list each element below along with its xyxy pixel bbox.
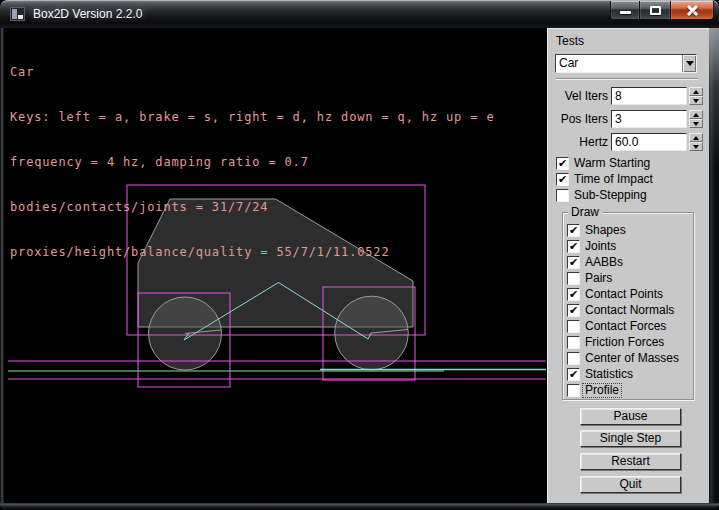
pos-iters-spinner-up[interactable] bbox=[689, 110, 703, 119]
caret-down-icon bbox=[693, 99, 699, 103]
close-button[interactable] bbox=[670, 1, 714, 20]
maximize-icon bbox=[650, 6, 661, 15]
simulation-canvas[interactable]: Car Keys: left = a, brake = s, right = d… bbox=[4, 28, 547, 503]
caret-down-icon bbox=[693, 145, 699, 149]
pos-iters-label: Pos Iters bbox=[548, 113, 608, 126]
titlebar[interactable]: Box2D Version 2.2.0 bbox=[0, 0, 719, 28]
checkbox-sub-stepping[interactable] bbox=[556, 189, 569, 202]
quit-button[interactable]: Quit bbox=[580, 476, 681, 493]
checkbox-shapes[interactable]: ✔ bbox=[567, 224, 580, 237]
checkbox-label-time-of-impact: Time of Impact bbox=[574, 173, 653, 186]
draw-group: Draw ✔Shapes✔Joints✔AABBsPairs✔Contact P… bbox=[562, 212, 694, 400]
hertz-label: Hertz bbox=[548, 136, 608, 149]
checkbox-label-shapes: Shapes bbox=[585, 224, 626, 237]
overlay-frequency: frequency = 4 hz, damping ratio = 0.7 bbox=[10, 155, 494, 170]
hertz-spinner-down[interactable] bbox=[689, 142, 703, 151]
vel-iters-input[interactable]: 8 bbox=[611, 87, 687, 105]
caret-up-icon bbox=[693, 90, 699, 94]
hertz-input[interactable]: 60.0 bbox=[611, 133, 687, 151]
checkbox-label-sub-stepping: Sub-Stepping bbox=[574, 189, 647, 202]
maximize-button[interactable] bbox=[640, 1, 670, 20]
checkbox-label-aabbs: AABBs bbox=[585, 256, 623, 269]
minimize-icon bbox=[620, 11, 631, 14]
control-panel: Tests Car Vel Iters8Pos Iters3Hertz60.0 … bbox=[547, 28, 709, 503]
tests-dropdown-value: Car bbox=[559, 56, 578, 71]
checkbox-aabbs[interactable]: ✔ bbox=[567, 256, 580, 269]
checkbox-label-contact-forces: Contact Forces bbox=[585, 320, 666, 333]
caret-up-icon bbox=[693, 113, 699, 117]
app-icon[interactable] bbox=[10, 7, 25, 21]
debug-text-overlay: Car Keys: left = a, brake = s, right = d… bbox=[10, 35, 494, 290]
pos-iters-spinner-down[interactable] bbox=[689, 119, 703, 128]
checkbox-joints[interactable]: ✔ bbox=[567, 240, 580, 253]
checkbox-time-of-impact[interactable]: ✔ bbox=[556, 173, 569, 186]
checkbox-warm-starting[interactable]: ✔ bbox=[556, 157, 569, 170]
checkbox-label-contact-normals: Contact Normals bbox=[585, 304, 674, 317]
window-border-left bbox=[0, 28, 4, 503]
checkbox-label-warm-starting: Warm Starting bbox=[574, 157, 650, 170]
draw-group-title: Draw bbox=[568, 206, 602, 219]
overlay-body-stats: bodies/contacts/joints = 31/7/24 bbox=[10, 200, 494, 215]
overlay-test-name: Car bbox=[10, 65, 494, 80]
checkbox-label-friction-forces: Friction Forces bbox=[585, 336, 664, 349]
checkbox-profile[interactable] bbox=[567, 384, 580, 397]
hertz-spinner bbox=[689, 133, 703, 151]
minimize-button[interactable] bbox=[610, 1, 640, 20]
overlay-keys-help: Keys: left = a, brake = s, right = d, hz… bbox=[10, 110, 494, 125]
pos-iters-row: Pos Iters3 bbox=[548, 110, 710, 129]
overlay-proxy-stats: proxies/height/balance/quality = 55/7/1/… bbox=[10, 245, 494, 260]
single-step-button[interactable]: Single Step bbox=[580, 430, 681, 447]
checkbox-label-center-of-masses: Center of Masses bbox=[585, 352, 679, 365]
tests-label: Tests bbox=[556, 35, 584, 48]
checkbox-label-pairs: Pairs bbox=[585, 272, 612, 285]
checkbox-contact-forces[interactable] bbox=[567, 320, 580, 333]
pause-button[interactable]: Pause bbox=[580, 408, 681, 425]
vel-iters-row: Vel Iters8 bbox=[548, 87, 710, 106]
vel-iters-spinner bbox=[689, 87, 703, 105]
separator bbox=[556, 78, 698, 79]
checkbox-contact-normals[interactable]: ✔ bbox=[567, 304, 580, 317]
hertz-spinner-up[interactable] bbox=[689, 133, 703, 142]
checkbox-label-joints: Joints bbox=[585, 240, 616, 253]
checkbox-center-of-masses[interactable] bbox=[567, 352, 580, 365]
window-border-right bbox=[709, 28, 719, 503]
checkbox-contact-points[interactable]: ✔ bbox=[567, 288, 580, 301]
checkbox-label-profile: Profile bbox=[583, 384, 621, 397]
vel-iters-spinner-down[interactable] bbox=[689, 96, 703, 105]
checkbox-statistics[interactable]: ✔ bbox=[567, 368, 580, 381]
checkbox-pairs[interactable] bbox=[567, 272, 580, 285]
vel-iters-label: Vel Iters bbox=[548, 90, 608, 103]
hertz-row: Hertz60.0 bbox=[548, 133, 710, 152]
caret-up-icon bbox=[693, 136, 699, 140]
pos-iters-spinner bbox=[689, 110, 703, 128]
tests-dropdown[interactable]: Car bbox=[555, 54, 697, 73]
checkbox-label-statistics: Statistics bbox=[585, 368, 633, 381]
caret-down-icon bbox=[693, 122, 699, 126]
vel-iters-spinner-up[interactable] bbox=[689, 87, 703, 96]
pos-iters-input[interactable]: 3 bbox=[611, 110, 687, 128]
window-title: Box2D Version 2.2.0 bbox=[33, 7, 142, 21]
window-border-bottom bbox=[0, 503, 719, 510]
box2d-window: Box2D Version 2.2.0 Car Keys: left = a, … bbox=[0, 0, 719, 510]
close-icon bbox=[685, 4, 700, 17]
checkbox-label-contact-points: Contact Points bbox=[585, 288, 663, 301]
caption-buttons bbox=[610, 1, 714, 20]
caret-down-icon bbox=[686, 61, 694, 66]
tests-dropdown-button[interactable] bbox=[682, 55, 696, 72]
checkbox-friction-forces[interactable] bbox=[567, 336, 580, 349]
restart-button[interactable]: Restart bbox=[580, 453, 681, 470]
